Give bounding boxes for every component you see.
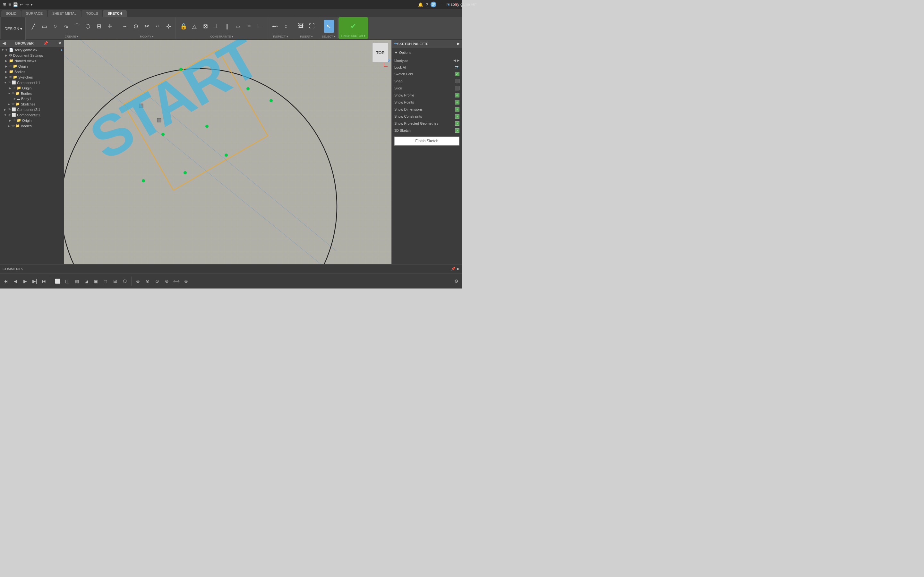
playback-last-button[interactable]: ⏭ <box>40 277 49 285</box>
3d-sketch-checkbox[interactable]: ✓ <box>455 128 459 133</box>
sketch-grid-checkbox[interactable]: ✓ <box>455 72 459 76</box>
tool-snap2-icon[interactable]: ⊗ <box>143 277 152 285</box>
browser-item-comp1[interactable]: ▼ 👁 ⬜ Component1:1 <box>0 80 64 85</box>
browser-back-icon[interactable]: ◀ <box>3 41 5 45</box>
finish-sketch-button[interactable]: Finish Sketch <box>394 137 459 145</box>
tool-select[interactable]: ↖ <box>324 20 334 33</box>
browser-item-origin[interactable]: ▶ 👁 📁 Origin <box>0 63 64 69</box>
redo-button[interactable]: ↪ <box>25 2 29 7</box>
tool-circle[interactable]: ○ <box>50 20 60 33</box>
tool-insert-img[interactable]: 🖼 <box>296 20 306 33</box>
tool-spline[interactable]: ∿ <box>61 20 71 33</box>
slice-checkbox[interactable] <box>455 86 459 90</box>
tool-parallel[interactable]: ∥ <box>222 20 232 33</box>
tool-move[interactable]: ⊹ <box>163 20 174 33</box>
comments-pin-icon[interactable]: 📌 <box>451 267 456 271</box>
eye-icon[interactable]: 👁 <box>13 97 16 101</box>
eye-hidden-icon[interactable]: 👁 <box>9 64 12 68</box>
comments-expand-icon[interactable]: ▶ <box>457 267 459 271</box>
browser-item-doc-settings[interactable]: ▶ ⚙ Document Settings <box>0 53 64 58</box>
viewport[interactable]: START TOP Z ✏ SKETCH PALETTE ▶ ▼ Options… <box>64 40 462 264</box>
show-dimensions-checkbox[interactable]: ✓ <box>455 107 459 111</box>
app-grid-icon[interactable]: ⊞ <box>3 2 6 7</box>
tool-slot[interactable]: ⊟ <box>94 20 104 33</box>
undo-button[interactable]: ↩ <box>20 2 23 7</box>
design-button[interactable]: DESIGN ▾ <box>1 17 26 40</box>
tool-rect[interactable]: ▭ <box>39 20 49 33</box>
tool-constraint-icon[interactable]: ⊕ <box>134 277 142 285</box>
minimize-button[interactable]: — <box>439 2 444 7</box>
tool-fillet[interactable]: ⌣ <box>120 20 130 33</box>
linetype-controls[interactable]: ◀ ▶ <box>453 58 459 63</box>
tool-extend[interactable]: ↔ <box>152 20 163 33</box>
show-projected-checkbox[interactable]: ✓ <box>455 121 459 126</box>
tab-solid[interactable]: SOLID <box>1 10 21 17</box>
browser-item-comp3-origin[interactable]: ▶ 👁 📁 Origin <box>0 118 64 123</box>
help-icon[interactable]: ? <box>426 2 428 7</box>
tool-hide-icon[interactable]: ◻ <box>101 277 110 285</box>
browser-pin-icon[interactable]: 📌 <box>43 41 48 45</box>
tool-render-icon[interactable]: ⬡ <box>120 277 129 285</box>
eye-icon[interactable]: 👁 <box>5 48 8 52</box>
eye-icon[interactable]: 👁 <box>11 102 15 106</box>
browser-item-bodies[interactable]: ▶ 📁 Bodies <box>0 69 64 74</box>
tool-finish-sketch[interactable]: ✔ <box>348 20 359 33</box>
tool-edge-icon[interactable]: ⊞ <box>111 277 120 285</box>
browser-item-named-views[interactable]: ▶ 📁 Named Views <box>0 58 64 63</box>
playback-play-button[interactable]: ▶ <box>21 277 29 285</box>
palette-options-title[interactable]: ▼ Options <box>394 49 459 56</box>
palette-expand-icon[interactable]: ▶ <box>457 42 459 46</box>
history-button[interactable]: ▾ <box>31 3 33 7</box>
tool-polygon[interactable]: ⬡ <box>83 20 93 33</box>
tool-line[interactable]: ╱ <box>28 20 39 33</box>
tool-point[interactable]: ✛ <box>105 20 115 33</box>
snap-checkbox[interactable] <box>455 79 459 83</box>
browser-item-comp1-origin[interactable]: ▶ 👁 📁 Origin <box>0 85 64 91</box>
eye-icon[interactable]: 👁 <box>8 113 11 117</box>
tool-fix[interactable]: 🔒 <box>178 20 189 33</box>
notification-icon[interactable]: 🔔 <box>418 2 423 7</box>
tool-offset[interactable]: ⊜ <box>131 20 141 33</box>
browser-item-comp3-bodies[interactable]: ▶ 👁 📁 Bodies <box>0 123 64 129</box>
browser-item-comp1-bodies[interactable]: ▼ 👁 📁 Bodies <box>0 91 64 96</box>
browser-item-body1[interactable]: 👁 ▬ Body1 <box>0 96 64 101</box>
tab-tools[interactable]: TOOLS <box>81 10 102 17</box>
browser-item-root[interactable]: ▼ 👁 📄 sorry game v6 ● <box>0 47 64 53</box>
tool-horizontal[interactable]: △ <box>189 20 200 33</box>
browser-item-sketches[interactable]: ▶ 👁 📁 Sketches <box>0 74 64 80</box>
tool-midpoint[interactable]: ⊢ <box>255 20 265 33</box>
browser-item-comp1-sketches[interactable]: ▶ 👁 📁 Sketches <box>0 101 64 107</box>
tool-vertical[interactable]: ⊠ <box>200 20 210 33</box>
eye-hidden-icon[interactable]: 👁 <box>8 81 11 84</box>
tool-sym-icon[interactable]: ⊛ <box>182 277 191 285</box>
eye-icon[interactable]: 👁 <box>8 108 11 111</box>
tool-align-icon[interactable]: ⊚ <box>162 277 171 285</box>
tool-wireframe-icon[interactable]: ◫ <box>63 277 71 285</box>
look-at-icon[interactable]: 📷 <box>455 65 459 69</box>
playback-prev-button[interactable]: ◀ <box>11 277 20 285</box>
tool-box-icon[interactable]: ▣ <box>91 277 100 285</box>
tool-trim[interactable]: ✂ <box>142 20 152 33</box>
menu-icon[interactable]: ≡ <box>8 2 11 7</box>
view-cube[interactable]: TOP <box>372 43 388 62</box>
show-profile-checkbox[interactable]: ✓ <box>455 93 459 97</box>
tool-tangent[interactable]: ⌓ <box>233 20 243 33</box>
tool-measure[interactable]: ⊷ <box>270 20 280 33</box>
tool-shade-icon[interactable]: ▨ <box>72 277 81 285</box>
tool-equal[interactable]: = <box>244 20 254 33</box>
show-constraints-checkbox[interactable]: ✓ <box>455 114 459 119</box>
tab-sketch[interactable]: SKETCH <box>103 10 126 17</box>
user-avatar[interactable]: JP <box>431 2 436 7</box>
show-points-checkbox[interactable]: ✓ <box>455 100 459 105</box>
tab-surface[interactable]: SURFACE <box>21 10 47 17</box>
tool-shade2-icon[interactable]: ◪ <box>82 277 91 285</box>
eye-icon[interactable]: 👁 <box>11 124 15 127</box>
tool-mirror-icon[interactable]: ⟺ <box>172 277 181 285</box>
browser-item-comp3[interactable]: ▼ 👁 ⬜ Component3:1 <box>0 112 64 118</box>
visibility-dot[interactable]: ● <box>61 48 63 52</box>
tab-sheet-metal[interactable]: SHEET METAL <box>48 10 81 17</box>
playback-first-button[interactable]: ⏮ <box>1 277 10 285</box>
tool-snap3-icon[interactable]: ⊙ <box>153 277 162 285</box>
eye-hidden-icon[interactable]: 👁 <box>13 119 16 122</box>
save-button[interactable]: 💾 <box>13 2 18 7</box>
